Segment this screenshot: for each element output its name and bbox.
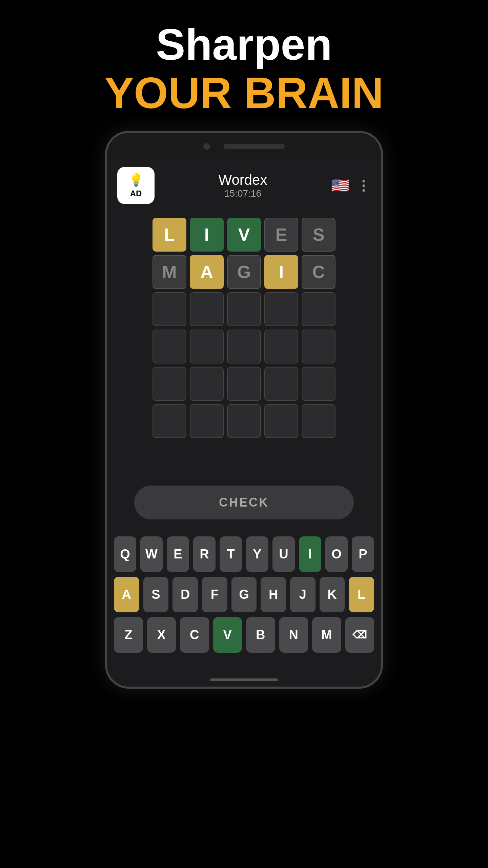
key-⌫[interactable]: ⌫ xyxy=(345,617,374,653)
key-f[interactable]: F xyxy=(202,577,227,612)
game-grid: LIVESMAGIC xyxy=(107,211,381,445)
grid-cell-1-0: M xyxy=(152,255,186,289)
grid-cell-0-3: E xyxy=(264,218,298,252)
bulb-icon: 💡 xyxy=(128,173,144,187)
header-right: 🇺🇸 ⋮ xyxy=(331,177,371,194)
grid-row-2 xyxy=(134,292,354,326)
grid-row-1: MAGIC xyxy=(134,255,354,289)
app-timer: 15:07:16 xyxy=(219,188,267,199)
keyboard-row-2: ZXCVBNM⌫ xyxy=(114,617,374,653)
grid-cell-5-1 xyxy=(190,404,224,438)
grid-cell-1-4: C xyxy=(302,255,336,289)
key-l[interactable]: L xyxy=(349,577,374,612)
key-k[interactable]: K xyxy=(320,577,345,612)
grid-row-3 xyxy=(134,330,354,363)
grid-row-4 xyxy=(134,367,354,401)
key-h[interactable]: H xyxy=(261,577,286,612)
app-title-area: Wordex 15:07:16 xyxy=(219,172,267,199)
phone-bottom xyxy=(107,673,381,687)
grid-cell-0-2: V xyxy=(227,218,261,252)
ad-label: AD xyxy=(130,189,142,198)
keyboard-row-1: ASDFGHJKL xyxy=(114,577,374,612)
grid-cell-1-2: G xyxy=(227,255,261,289)
key-w[interactable]: W xyxy=(140,536,163,572)
grid-cell-2-3 xyxy=(264,292,298,326)
key-x[interactable]: X xyxy=(147,617,176,653)
grid-cell-0-0: L xyxy=(152,218,186,252)
grid-spacer xyxy=(107,445,381,486)
grid-cell-2-1 xyxy=(190,292,224,326)
brain-heading: YOUR BRAIN xyxy=(0,69,488,117)
grid-cell-4-3 xyxy=(264,367,298,401)
grid-cell-4-2 xyxy=(227,367,261,401)
home-indicator xyxy=(210,678,278,681)
key-i[interactable]: I xyxy=(299,536,321,572)
grid-cell-1-3: I xyxy=(264,255,298,289)
key-s[interactable]: S xyxy=(143,577,169,612)
key-z[interactable]: Z xyxy=(114,617,143,653)
grid-cell-3-0 xyxy=(152,330,186,363)
grid-cell-3-3 xyxy=(264,330,298,363)
key-c[interactable]: C xyxy=(180,617,209,653)
key-o[interactable]: O xyxy=(325,536,348,572)
key-m[interactable]: M xyxy=(312,617,341,653)
phone-frame: 💡 AD Wordex 15:07:16 🇺🇸 ⋮ LIVESMAGIC CHE… xyxy=(105,131,383,689)
key-r[interactable]: R xyxy=(193,536,216,572)
check-button[interactable]: CHECK xyxy=(134,486,354,519)
grid-cell-3-1 xyxy=(190,330,224,363)
sharpen-heading: Sharpen xyxy=(0,20,488,69)
flag-icon[interactable]: 🇺🇸 xyxy=(331,177,350,194)
keyboard-row-0: QWERTYUIOP xyxy=(114,536,374,572)
grid-cell-5-4 xyxy=(302,404,336,438)
key-n[interactable]: N xyxy=(279,617,308,653)
key-v[interactable]: V xyxy=(213,617,242,653)
grid-cell-3-2 xyxy=(227,330,261,363)
key-q[interactable]: Q xyxy=(114,536,136,572)
grid-cell-5-2 xyxy=(227,404,261,438)
grid-cell-3-4 xyxy=(302,330,336,363)
phone-top-bar xyxy=(107,133,381,160)
more-menu-icon[interactable]: ⋮ xyxy=(357,178,371,193)
phone-camera xyxy=(203,143,210,150)
key-g[interactable]: G xyxy=(231,577,257,612)
grid-row-5 xyxy=(134,404,354,438)
key-b[interactable]: B xyxy=(246,617,275,653)
key-p[interactable]: P xyxy=(352,536,374,572)
grid-cell-2-0 xyxy=(152,292,186,326)
ad-button[interactable]: 💡 AD xyxy=(117,167,155,204)
top-text-area: Sharpen YOUR BRAIN xyxy=(0,0,488,131)
grid-cell-2-2 xyxy=(227,292,261,326)
grid-cell-4-4 xyxy=(302,367,336,401)
key-j[interactable]: J xyxy=(290,577,316,612)
phone-speaker xyxy=(224,144,285,149)
grid-cell-4-1 xyxy=(190,367,224,401)
app-content: 💡 AD Wordex 15:07:16 🇺🇸 ⋮ LIVESMAGIC CHE… xyxy=(107,160,381,673)
grid-cell-5-3 xyxy=(264,404,298,438)
keyboard: QWERTYUIOPASDFGHJKLZXCVBNM⌫ xyxy=(107,530,381,659)
grid-cell-0-4: S xyxy=(302,218,336,252)
grid-cell-2-4 xyxy=(302,292,336,326)
key-e[interactable]: E xyxy=(167,536,189,572)
key-d[interactable]: D xyxy=(172,577,198,612)
key-a[interactable]: A xyxy=(114,577,139,612)
grid-cell-1-1: A xyxy=(190,255,224,289)
key-u[interactable]: U xyxy=(272,536,295,572)
grid-cell-0-1: I xyxy=(190,218,224,252)
grid-cell-4-0 xyxy=(152,367,186,401)
grid-row-0: LIVES xyxy=(134,218,354,252)
check-button-wrap: CHECK xyxy=(107,486,381,530)
app-title: Wordex xyxy=(219,172,267,188)
app-header: 💡 AD Wordex 15:07:16 🇺🇸 ⋮ xyxy=(107,160,381,211)
grid-cell-5-0 xyxy=(152,404,186,438)
key-t[interactable]: T xyxy=(220,536,242,572)
key-y[interactable]: Y xyxy=(246,536,268,572)
